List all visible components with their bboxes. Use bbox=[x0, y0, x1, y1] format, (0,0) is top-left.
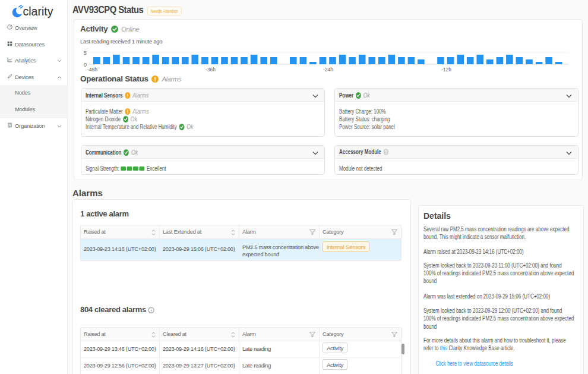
svg-text:clarity: clarity bbox=[23, 5, 53, 18]
svg-text:-48h: -48h bbox=[87, 67, 97, 73]
svg-text:5: 5 bbox=[84, 50, 87, 56]
svg-text:-12h: -12h bbox=[441, 67, 451, 73]
svg-text:-36h: -36h bbox=[206, 67, 216, 73]
svg-text:0: 0 bbox=[84, 62, 87, 68]
svg-text:-24h: -24h bbox=[323, 67, 333, 73]
